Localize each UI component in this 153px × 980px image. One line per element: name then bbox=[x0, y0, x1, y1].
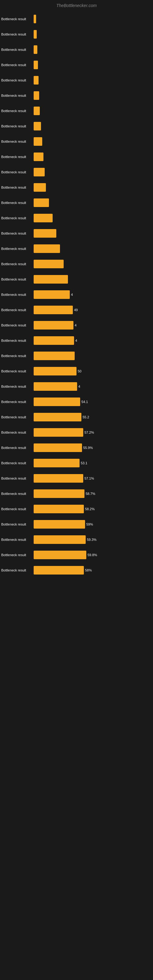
bar-wrapper: 58% bbox=[33, 566, 153, 574]
bar-label: Bottleneck result bbox=[0, 109, 33, 113]
bar-value: 59.8% bbox=[88, 553, 97, 557]
bar-wrapper bbox=[33, 45, 153, 54]
bar-row: Bottleneck result bbox=[0, 242, 153, 255]
bar-value: 55.9% bbox=[83, 446, 93, 450]
bar-label: Bottleneck result bbox=[0, 522, 33, 526]
bar-value: 57.1% bbox=[84, 477, 94, 480]
bar-wrapper: 4 bbox=[33, 321, 153, 329]
bar-wrapper: 4 bbox=[33, 382, 153, 391]
bar-row: Bottleneck result bbox=[0, 166, 153, 178]
bar-wrapper bbox=[33, 137, 153, 146]
bar-fill bbox=[33, 107, 40, 115]
bar-fill bbox=[33, 153, 43, 161]
bar-label: Bottleneck result bbox=[0, 538, 33, 541]
bar-label: Bottleneck result bbox=[0, 277, 33, 281]
bar-fill bbox=[33, 474, 83, 483]
bar-fill bbox=[33, 367, 76, 375]
bar-fill bbox=[33, 244, 60, 253]
bar-label: Bottleneck result bbox=[0, 477, 33, 480]
bar-wrapper bbox=[33, 122, 153, 130]
bar-label: Bottleneck result bbox=[0, 339, 33, 342]
bar-fill bbox=[33, 122, 41, 130]
bar-row: Bottleneck result58.7% bbox=[0, 487, 153, 500]
bar-fill bbox=[33, 168, 45, 177]
bar-fill bbox=[33, 321, 73, 329]
bar-value: 58.2% bbox=[85, 507, 94, 511]
bar-label: Bottleneck result bbox=[0, 492, 33, 495]
bar-value: 57.2% bbox=[84, 431, 94, 434]
bar-label: Bottleneck result bbox=[0, 32, 33, 36]
bar-fill bbox=[33, 229, 56, 238]
bar-fill bbox=[33, 305, 73, 314]
bar-row: Bottleneck result bbox=[0, 135, 153, 148]
bar-wrapper: 55.2 bbox=[33, 413, 153, 422]
bar-fill bbox=[33, 489, 84, 498]
bar-row: Bottleneck result55.9% bbox=[0, 441, 153, 454]
bar-label: Bottleneck result bbox=[0, 155, 33, 159]
bar-label: Bottleneck result bbox=[0, 94, 33, 97]
bar-row: Bottleneck result58.2% bbox=[0, 503, 153, 515]
bar-label: Bottleneck result bbox=[0, 507, 33, 511]
bar-row: Bottleneck result59.8% bbox=[0, 549, 153, 562]
bar-row: Bottleneck result57.2% bbox=[0, 426, 153, 439]
bar-label: Bottleneck result bbox=[0, 369, 33, 373]
bar-row: Bottleneck result bbox=[0, 196, 153, 209]
bar-value: 4 bbox=[75, 339, 77, 342]
bar-fill bbox=[33, 76, 38, 84]
bar-row: Bottleneck result54.1 bbox=[0, 395, 153, 408]
bar-wrapper: 57.2% bbox=[33, 428, 153, 437]
bar-value: 59.3% bbox=[87, 538, 96, 541]
bar-row: Bottleneck result49 bbox=[0, 304, 153, 317]
bar-label: Bottleneck result bbox=[0, 568, 33, 572]
bar-wrapper bbox=[33, 107, 153, 115]
bar-fill bbox=[33, 336, 74, 345]
bar-fill bbox=[33, 520, 85, 528]
bar-wrapper: 50 bbox=[33, 367, 153, 375]
bar-label: Bottleneck result bbox=[0, 216, 33, 220]
site-header: TheBottlenecker.com bbox=[0, 0, 153, 13]
bar-fill bbox=[33, 398, 80, 406]
bar-label: Bottleneck result bbox=[0, 63, 33, 67]
bar-fill bbox=[33, 45, 37, 54]
bar-wrapper: 53.1 bbox=[33, 459, 153, 467]
bar-fill bbox=[33, 60, 38, 69]
bar-value: 50 bbox=[78, 369, 81, 373]
bar-label: Bottleneck result bbox=[0, 48, 33, 51]
bar-fill bbox=[33, 183, 46, 192]
bar-wrapper bbox=[33, 76, 153, 84]
bar-wrapper: 59.3% bbox=[33, 535, 153, 544]
bar-row: Bottleneck result58% bbox=[0, 564, 153, 577]
bar-fill bbox=[33, 15, 36, 23]
bar-label: Bottleneck result bbox=[0, 354, 33, 358]
bar-fill bbox=[33, 260, 64, 268]
bar-label: Bottleneck result bbox=[0, 415, 33, 419]
bar-row: Bottleneck result bbox=[0, 74, 153, 87]
bar-row: Bottleneck result bbox=[0, 258, 153, 270]
bar-value: 53.1 bbox=[81, 461, 87, 465]
bar-fill bbox=[33, 413, 81, 422]
bar-value: 49 bbox=[74, 308, 78, 312]
bar-fill bbox=[33, 199, 49, 207]
bar-wrapper bbox=[33, 91, 153, 100]
bar-wrapper bbox=[33, 60, 153, 69]
bar-wrapper: 54.1 bbox=[33, 398, 153, 406]
bar-label: Bottleneck result bbox=[0, 262, 33, 266]
bar-wrapper bbox=[33, 168, 153, 177]
bar-row: Bottleneck result bbox=[0, 227, 153, 240]
bar-label: Bottleneck result bbox=[0, 431, 33, 434]
bar-row: Bottleneck result bbox=[0, 150, 153, 163]
bar-wrapper bbox=[33, 275, 153, 283]
bar-row: Bottleneck result bbox=[0, 212, 153, 224]
bar-fill bbox=[33, 550, 86, 559]
bar-label: Bottleneck result bbox=[0, 17, 33, 21]
bar-fill bbox=[33, 30, 37, 38]
bar-label: Bottleneck result bbox=[0, 400, 33, 404]
bar-wrapper bbox=[33, 229, 153, 238]
bar-wrapper bbox=[33, 260, 153, 268]
bar-label: Bottleneck result bbox=[0, 140, 33, 143]
bar-wrapper: 4 bbox=[33, 290, 153, 299]
bar-value: 59% bbox=[86, 522, 93, 526]
bar-fill bbox=[33, 91, 39, 100]
bar-row: Bottleneck result bbox=[0, 105, 153, 117]
bar-row: Bottleneck result bbox=[0, 89, 153, 102]
